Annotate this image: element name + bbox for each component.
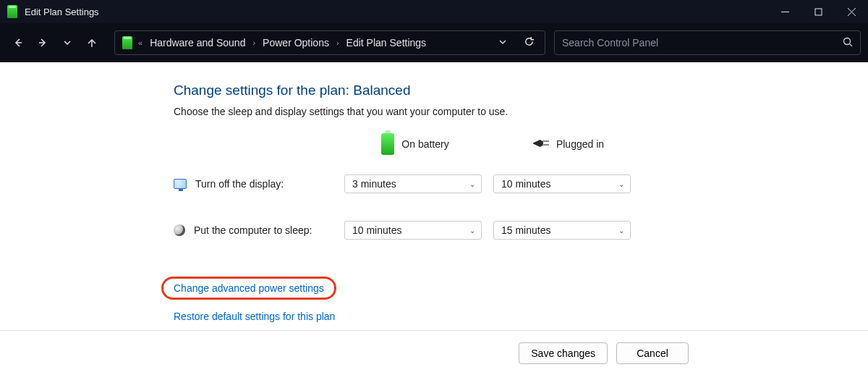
- select-sleep-battery-value: 10 minutes: [352, 224, 401, 236]
- forward-button[interactable]: [32, 32, 54, 54]
- column-on-battery: On battery: [344, 133, 486, 168]
- link-restore-defaults[interactable]: Restore default settings for this plan: [174, 311, 335, 322]
- row-put-to-sleep: Put the computer to sleep:: [174, 217, 337, 243]
- breadcrumbs: « Hardware and Sound › Power Options › E…: [138, 37, 488, 49]
- close-button[interactable]: [835, 0, 868, 23]
- footer: Save changes Cancel: [0, 330, 868, 375]
- page-heading: Change settings for the plan: Balanced: [174, 83, 868, 98]
- cancel-button[interactable]: Cancel: [616, 342, 689, 364]
- back-button[interactable]: [7, 32, 29, 54]
- links-section: Change advanced power settings Restore d…: [174, 277, 868, 335]
- link-change-advanced[interactable]: Change advanced power settings: [174, 282, 324, 294]
- chevron-right-icon: ›: [252, 38, 255, 47]
- address-bar[interactable]: « Hardware and Sound › Power Options › E…: [114, 30, 545, 55]
- navbar: « Hardware and Sound › Power Options › E…: [0, 23, 868, 62]
- select-display-battery[interactable]: 3 minutes ⌄: [344, 174, 482, 193]
- address-icon: [122, 36, 132, 49]
- chevron-down-icon: ⌄: [618, 227, 624, 235]
- address-dropdown-button[interactable]: [493, 38, 512, 47]
- svg-point-7: [844, 38, 851, 44]
- breadcrumb-ellipsis[interactable]: «: [138, 38, 142, 47]
- chevron-right-icon: ›: [336, 38, 339, 47]
- moon-icon: [174, 224, 185, 236]
- minimize-button[interactable]: [768, 0, 801, 23]
- breadcrumb-hardware-and-sound[interactable]: Hardware and Sound: [150, 37, 245, 49]
- breadcrumb-power-options[interactable]: Power Options: [263, 37, 329, 49]
- select-sleep-plugged[interactable]: 15 minutes ⌄: [493, 221, 631, 240]
- search-box[interactable]: [554, 30, 861, 55]
- row-display-label: Turn off the display:: [195, 178, 284, 190]
- window-controls: [768, 0, 868, 23]
- chevron-down-icon: ⌄: [469, 227, 475, 235]
- up-button[interactable]: [81, 32, 103, 54]
- column-plugged-in: Plugged in: [493, 138, 635, 163]
- content-area: Change settings for the plan: Balanced C…: [0, 62, 868, 330]
- save-changes-button[interactable]: Save changes: [519, 342, 608, 364]
- settings-grid: On battery Plugged in Turn off the displ…: [174, 133, 868, 243]
- row-turn-off-display: Turn off the display:: [174, 171, 337, 197]
- power-plan-icon: [7, 5, 17, 18]
- breadcrumb-edit-plan-settings[interactable]: Edit Plan Settings: [346, 37, 427, 49]
- recent-locations-button[interactable]: [56, 32, 78, 54]
- window-title: Edit Plan Settings: [25, 7, 768, 17]
- row-sleep-label: Put the computer to sleep:: [194, 224, 312, 236]
- page-subheading: Choose the sleep and display settings th…: [174, 106, 868, 117]
- column-on-battery-label: On battery: [401, 138, 448, 150]
- battery-icon: [381, 133, 394, 155]
- chevron-down-icon: ⌄: [618, 180, 624, 188]
- titlebar: Edit Plan Settings: [0, 0, 868, 23]
- display-icon: [174, 179, 187, 189]
- column-plugged-in-label: Plugged in: [556, 138, 604, 150]
- select-display-battery-value: 3 minutes: [352, 178, 396, 190]
- annotation-highlight: Change advanced power settings: [161, 277, 336, 300]
- select-sleep-battery[interactable]: 10 minutes ⌄: [344, 221, 482, 240]
- maximize-button[interactable]: [801, 0, 835, 23]
- svg-line-8: [850, 43, 853, 46]
- select-display-plugged-value: 10 minutes: [501, 178, 550, 190]
- chevron-down-icon: ⌄: [469, 180, 475, 188]
- select-sleep-plugged-value: 15 minutes: [501, 224, 550, 236]
- svg-rect-1: [815, 9, 822, 15]
- refresh-button[interactable]: [518, 36, 540, 49]
- plug-icon: [524, 138, 549, 150]
- select-display-plugged[interactable]: 10 minutes ⌄: [493, 174, 631, 193]
- search-icon[interactable]: [843, 37, 853, 49]
- search-input[interactable]: [562, 37, 837, 49]
